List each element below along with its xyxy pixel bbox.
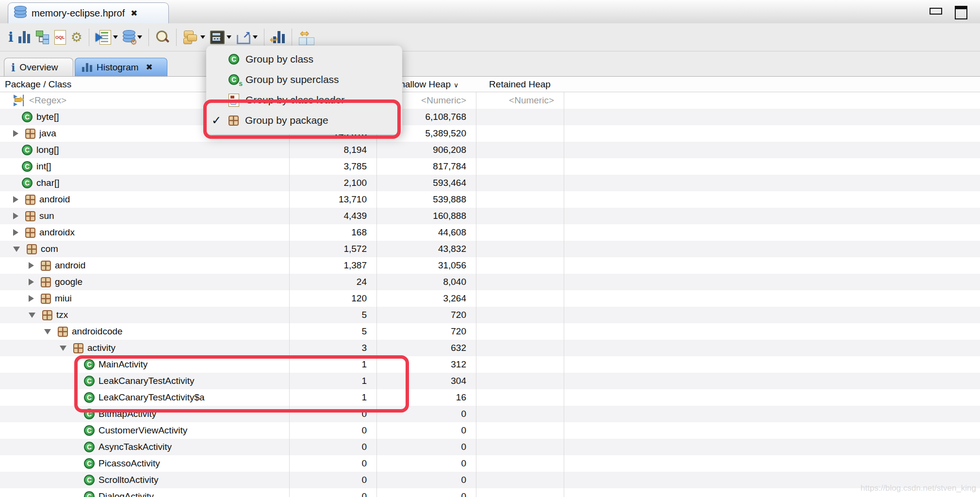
- tab-histogram[interactable]: Histogram ✖: [75, 58, 167, 76]
- expand-arrow-icon[interactable]: [13, 130, 18, 137]
- maximize-button[interactable]: [955, 6, 967, 19]
- editor-tab[interactable]: memory-eclipse.hprof ✖: [8, 2, 169, 23]
- row-label-group: sun: [13, 208, 54, 224]
- compare-button[interactable]: ↩: [271, 28, 285, 47]
- table-row[interactable]: CDialogActivity00: [0, 488, 980, 497]
- dropdown-caret-icon[interactable]: [137, 35, 142, 39]
- export-button[interactable]: ↗: [236, 28, 258, 47]
- package-name: android: [39, 194, 70, 205]
- package-name: androidx: [39, 227, 75, 238]
- collapse-arrow-icon[interactable]: [44, 329, 51, 334]
- table-row[interactable]: activity3632: [0, 340, 980, 356]
- menu-item-label: Group by class: [245, 53, 313, 65]
- table-row[interactable]: CScrolltoActivity00: [0, 472, 980, 488]
- package-name: com: [41, 244, 58, 254]
- expert-system-button[interactable]: ⚙: [71, 28, 82, 47]
- table-row[interactable]: java149,0185,389,520: [0, 125, 980, 142]
- tab-histogram-label: Histogram: [97, 62, 139, 73]
- shallow-heap-value: 0: [376, 488, 471, 497]
- menu-item-group-by-superclass[interactable]: CsGroup by superclass: [206, 69, 402, 90]
- table-row[interactable]: CPicassoActivity00: [0, 455, 980, 472]
- package-name: activity: [87, 343, 115, 353]
- minimize-button[interactable]: [930, 8, 942, 15]
- acquire-dump-button[interactable]: ⚙: [123, 28, 142, 47]
- expand-arrow-icon[interactable]: [13, 213, 18, 219]
- dropdown-caret-icon[interactable]: [113, 35, 118, 39]
- histogram-button[interactable]: [18, 28, 30, 47]
- column-divider[interactable]: [564, 77, 564, 497]
- column-divider[interactable]: [476, 77, 476, 497]
- expand-arrow-icon[interactable]: [29, 262, 34, 269]
- group-by-button[interactable]: [183, 28, 205, 47]
- collapse-arrow-icon[interactable]: [13, 247, 20, 252]
- row-label-group: CScrolltoActivity: [84, 472, 159, 488]
- dropdown-caret-icon[interactable]: [200, 35, 205, 39]
- table-row[interactable]: com1,57243,832: [0, 241, 980, 257]
- dropdown-caret-icon[interactable]: [227, 35, 231, 39]
- gear-icon: ⚙: [71, 31, 82, 44]
- table-row[interactable]: miui1203,264: [0, 290, 980, 307]
- table-row[interactable]: CCustomerViewActivity00: [0, 422, 980, 439]
- tab-overview[interactable]: i Overview: [4, 58, 73, 76]
- package-name: tzx: [56, 310, 68, 320]
- editor-tab-close-icon[interactable]: ✖: [131, 9, 137, 17]
- objects-value: 4,439: [289, 208, 372, 224]
- expand-arrow-icon[interactable]: [29, 279, 34, 285]
- menu-item-label: Group by superclass: [245, 74, 339, 85]
- column-divider[interactable]: [289, 77, 290, 497]
- class-name: PicassoActivity: [98, 458, 160, 469]
- calculator-icon: [210, 31, 225, 44]
- info-button[interactable]: i: [8, 28, 14, 47]
- column-header-retained-heap[interactable]: Retained Heap: [476, 77, 564, 92]
- oql-button[interactable]: OQL: [54, 28, 66, 47]
- table-row[interactable]: Cbyte[]6,108,768: [0, 109, 980, 125]
- collapse-arrow-icon[interactable]: [29, 313, 35, 318]
- sort-indicator-icon: ∨: [454, 81, 458, 89]
- row-label-group: CPicassoActivity: [84, 455, 160, 472]
- dominator-tree-button[interactable]: [35, 28, 49, 47]
- row-label-group: CCustomerViewActivity: [84, 422, 187, 439]
- package-icon: [73, 343, 83, 353]
- tab-close-icon[interactable]: ✖: [146, 63, 153, 71]
- collapse-arrow-icon[interactable]: [60, 346, 66, 351]
- table-row[interactable]: android13,710539,888: [0, 191, 980, 208]
- dropdown-caret-icon[interactable]: [253, 35, 258, 39]
- table-row[interactable]: androidcode5720: [0, 323, 980, 340]
- expand-arrow-icon[interactable]: [29, 295, 34, 302]
- info-icon: i: [11, 62, 15, 73]
- table-row[interactable]: Cchar[]2,100593,464: [0, 175, 980, 191]
- menu-item-group-by-class[interactable]: CGroup by class: [206, 49, 402, 69]
- run-report-button[interactable]: [96, 28, 118, 47]
- row-label-group: Cchar[]: [22, 175, 60, 191]
- shallow-heap-value: 43,832: [376, 241, 471, 257]
- objects-value: 5: [289, 307, 372, 323]
- class-icon: C: [22, 112, 33, 122]
- row-label-group: <Regex>: [14, 92, 66, 109]
- table-row[interactable]: google248,040: [0, 274, 980, 290]
- table-row[interactable]: androidx16844,608: [0, 224, 980, 241]
- table-row[interactable]: CAsyncTaskActivity00: [0, 439, 980, 455]
- class-icon: C: [22, 161, 33, 172]
- class-name: DialogActivity: [98, 491, 154, 497]
- table-row[interactable]: tzx5720: [0, 307, 980, 323]
- table-row[interactable]: android1,38731,056: [0, 257, 980, 274]
- expand-arrow-icon[interactable]: [13, 196, 18, 203]
- search-button[interactable]: [155, 28, 170, 47]
- package-icon: [41, 261, 51, 271]
- filter-regex-input[interactable]: <Regex>: [29, 95, 66, 106]
- view-tabstrip: i Overview Histogram ✖: [0, 51, 980, 77]
- class-icon: C: [84, 491, 95, 497]
- calculator-button[interactable]: [210, 28, 231, 47]
- main-toolbar: i OQL ⚙ ⚙ ↗ ↩ ⇔: [0, 23, 980, 51]
- class-name: int[]: [36, 161, 51, 172]
- expand-arrow-icon[interactable]: [13, 229, 18, 236]
- column-divider[interactable]: [376, 77, 377, 497]
- table-row[interactable]: sun4,439160,888: [0, 208, 980, 224]
- sync-panes-button[interactable]: ⇔: [298, 28, 315, 47]
- column-header-package-class[interactable]: Package / Class: [5, 77, 71, 92]
- table-row[interactable]: Clong[]8,194906,208: [0, 142, 980, 158]
- table-row[interactable]: Cint[]3,785817,784: [0, 158, 980, 175]
- filter-row[interactable]: <Regex><Numeric><Numeric>: [0, 92, 980, 109]
- objects-value: 1,572: [289, 241, 372, 257]
- class-name: CustomerViewActivity: [98, 425, 187, 436]
